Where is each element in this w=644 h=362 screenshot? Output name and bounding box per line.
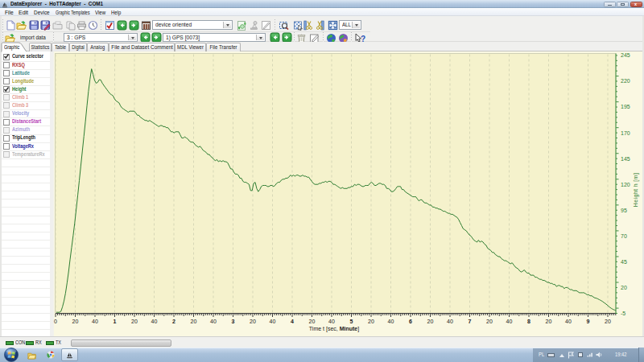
svg-text:20: 20 — [250, 319, 256, 324]
svg-text:195: 195 — [621, 104, 630, 109]
svg-text:Height h [m]: Height h [m] — [633, 173, 639, 208]
svg-text:170: 170 — [621, 130, 630, 136]
svg-text:40: 40 — [447, 319, 453, 324]
svg-text:245: 245 — [621, 52, 630, 58]
svg-text:20: 20 — [621, 285, 627, 290]
svg-text:40: 40 — [506, 319, 513, 324]
svg-text:20: 20 — [309, 319, 316, 324]
svg-text:145: 145 — [621, 156, 630, 162]
svg-text:7: 7 — [469, 319, 472, 324]
svg-text:20: 20 — [131, 319, 138, 324]
svg-text:20: 20 — [427, 319, 434, 324]
svg-text:-5: -5 — [621, 311, 625, 316]
svg-text:40: 40 — [270, 319, 276, 324]
svg-text:40: 40 — [151, 319, 158, 324]
svg-text:120: 120 — [621, 182, 630, 187]
svg-text:40: 40 — [565, 319, 572, 324]
svg-text:1: 1 — [114, 319, 117, 324]
svg-text:220: 220 — [621, 78, 630, 84]
svg-text:Time t [sec, Minute]: Time t [sec, Minute] — [309, 326, 359, 332]
svg-text:8: 8 — [527, 319, 530, 324]
svg-text:20: 20 — [605, 319, 611, 324]
svg-text:40: 40 — [210, 319, 217, 324]
svg-text:20: 20 — [191, 319, 197, 324]
svg-text:6: 6 — [409, 319, 412, 324]
svg-text:2: 2 — [172, 319, 175, 324]
svg-text:0: 0 — [54, 319, 57, 324]
svg-text:40: 40 — [388, 319, 394, 324]
svg-text:40: 40 — [328, 319, 335, 324]
svg-text:20: 20 — [546, 319, 552, 324]
svg-text:3: 3 — [232, 319, 235, 324]
svg-text:45: 45 — [621, 259, 627, 265]
svg-text:20: 20 — [72, 319, 79, 324]
svg-text:40: 40 — [92, 319, 98, 324]
svg-text:4: 4 — [291, 319, 294, 324]
svg-text:95: 95 — [621, 208, 627, 213]
svg-text:9: 9 — [587, 319, 590, 324]
svg-text:20: 20 — [368, 319, 374, 324]
svg-text:70: 70 — [621, 233, 627, 239]
svg-text:20: 20 — [486, 319, 493, 324]
svg-text:5: 5 — [350, 319, 353, 324]
